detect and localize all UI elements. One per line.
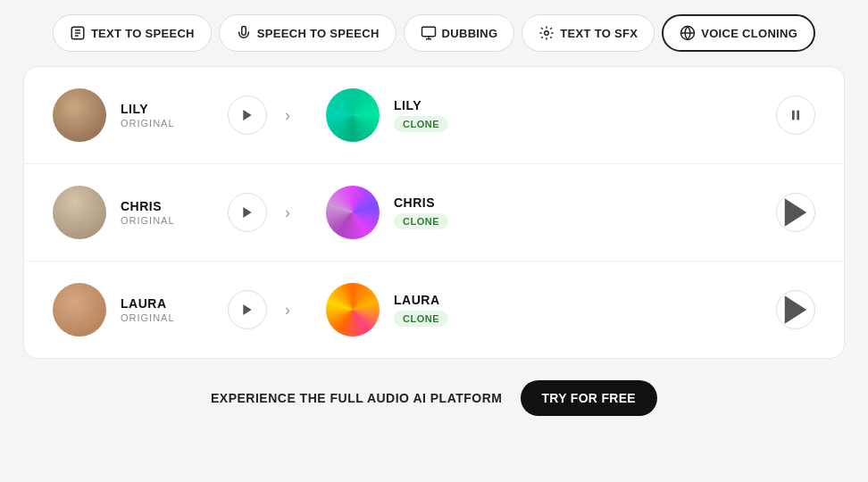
nav-voice-cloning[interactable]: VOICE CLONING [662,14,815,52]
arrow-icon-laura: › [285,301,290,320]
play-btn-laura-original[interactable] [228,290,267,329]
play-icon [777,291,814,328]
voice-name-chris: CHRIS [121,199,228,213]
svg-rect-1 [421,27,435,37]
svg-rect-6 [797,111,799,120]
sfx-icon [538,25,555,41]
avatar-lily [53,88,106,142]
play-btn-laura-clone[interactable] [776,290,815,329]
clone-info-chris: CHRIS CLONE [394,195,776,229]
voice-type-chris: ORIGINAL [121,215,228,226]
voice-row-laura: LAURA ORIGINAL › LAURA CLONE [24,262,844,358]
tts-icon [70,25,86,41]
clone-icon [680,25,696,41]
play-icon [777,194,814,231]
clone-side-lily: LILY CLONE [326,88,776,142]
voice-name-lily: LILY [121,102,228,116]
clone-avatar-laura [326,283,380,337]
nav-text-to-speech[interactable]: TEXT TO SPEECH [53,14,212,52]
clone-badge-lily: CLONE [394,116,448,132]
play-icon [240,205,255,220]
voice-type-lily: ORIGINAL [121,118,228,129]
nav-clone-label: VOICE CLONING [701,27,797,40]
play-btn-lily-original[interactable] [228,96,267,135]
voice-info-lily: LILY ORIGINAL [121,102,228,129]
svg-marker-7 [243,207,251,218]
voice-row-lily: LILY ORIGINAL › LILY CLONE [24,67,844,164]
clone-badge-chris: CLONE [394,213,448,229]
voice-info-chris: CHRIS ORIGINAL [121,199,228,226]
clone-avatar-lily [326,88,380,142]
clone-side-laura: LAURA CLONE [326,283,776,337]
svg-rect-5 [792,111,795,120]
nav-dub-label: DUBBING [442,27,498,40]
banner-text: EXPERIENCE THE FULL AUDIO AI PLATFORM [211,391,503,405]
clone-name-laura: LAURA [394,293,776,307]
clone-info-laura: LAURA CLONE [394,293,776,327]
pause-btn-lily[interactable] [776,96,815,135]
play-btn-chris-original[interactable] [228,193,267,232]
pause-icon [789,108,803,122]
nav-sts-label: SPEECH TO SPEECH [257,27,380,40]
arrow-icon-lily: › [285,106,290,125]
clone-name-lily: LILY [394,98,776,112]
try-for-free-button[interactable]: TRY FOR FREE [521,380,658,416]
svg-point-2 [545,31,549,36]
nav-speech-to-speech[interactable]: SPEECH TO SPEECH [219,14,396,52]
clone-name-chris: CHRIS [394,195,776,210]
voice-type-laura: ORIGINAL [121,312,228,323]
svg-marker-4 [243,110,251,120]
dub-icon [421,25,437,41]
clone-info-lily: LILY CLONE [394,98,776,132]
svg-marker-10 [785,295,807,324]
avatar-chris [53,186,106,239]
nav-bar: TEXT TO SPEECH SPEECH TO SPEECH DUBBING … [0,0,868,66]
voice-row-chris: CHRIS ORIGINAL › CHRIS CLONE [24,164,844,262]
sts-icon [236,25,252,41]
avatar-laura [53,283,106,337]
clone-badge-laura: CLONE [394,311,448,327]
voice-info-laura: LAURA ORIGINAL [121,296,228,323]
play-icon [240,108,255,122]
voice-name-laura: LAURA [121,296,228,311]
nav-sfx-label: TEXT TO SFX [560,27,638,40]
arrow-icon-chris: › [285,204,290,222]
nav-tts-label: TEXT TO SPEECH [91,27,195,40]
nav-dubbing[interactable]: DUBBING [404,14,515,52]
clone-side-chris: CHRIS CLONE [326,186,776,239]
voice-list-card: LILY ORIGINAL › LILY CLONE CHRIS ORIGINA [23,66,845,359]
play-icon [240,303,255,317]
svg-marker-8 [785,198,807,227]
nav-text-to-sfx[interactable]: TEXT TO SFX [522,14,655,52]
svg-marker-9 [243,304,251,315]
bottom-banner: EXPERIENCE THE FULL AUDIO AI PLATFORM TR… [193,380,675,416]
play-btn-chris-clone[interactable] [776,193,815,232]
clone-avatar-chris [326,186,380,239]
